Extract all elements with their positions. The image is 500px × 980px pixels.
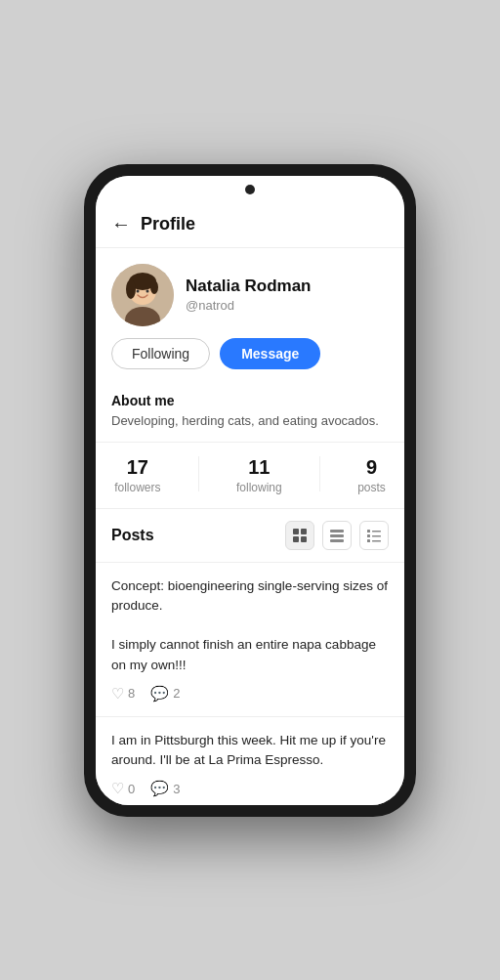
svg-rect-15 xyxy=(367,530,370,533)
followers-stat[interactable]: 17 followers xyxy=(114,456,160,494)
back-button[interactable]: ← xyxy=(111,213,131,235)
svg-rect-16 xyxy=(372,531,381,533)
about-section: About me Developing, herding cats, and e… xyxy=(96,381,404,443)
comment-button[interactable]: 💬 3 xyxy=(150,780,180,797)
comment-button[interactable]: 💬 2 xyxy=(150,685,180,703)
like-button[interactable]: ♡ 8 xyxy=(111,685,135,703)
posts-title: Posts xyxy=(111,527,154,544)
following-count: 11 xyxy=(248,456,270,479)
main-content: Natalia Rodman @natrod Following Message… xyxy=(96,248,404,805)
svg-rect-14 xyxy=(330,539,344,542)
svg-rect-9 xyxy=(301,529,307,534)
post-item: I am in Pittsburgh this week. Hit me up … xyxy=(96,717,404,805)
posts-stat[interactable]: 9 posts xyxy=(357,456,386,494)
action-buttons: Following Message xyxy=(111,338,389,369)
list-view-icon[interactable] xyxy=(359,521,389,550)
svg-rect-12 xyxy=(330,530,344,533)
like-count: 8 xyxy=(128,686,135,701)
post-text: I am in Pittsburgh this week. Hit me up … xyxy=(111,731,389,771)
phone-frame: ← Profile xyxy=(84,164,416,817)
avatar xyxy=(111,264,174,326)
svg-rect-17 xyxy=(367,534,370,537)
about-title: About me xyxy=(111,393,389,408)
post-actions: ♡ 8 💬 2 xyxy=(111,685,389,703)
svg-rect-11 xyxy=(301,536,307,542)
svg-point-4 xyxy=(126,279,136,299)
like-button[interactable]: ♡ 0 xyxy=(111,780,135,797)
comment-icon: 💬 xyxy=(150,780,169,797)
status-bar xyxy=(96,176,404,203)
following-label: following xyxy=(236,481,282,494)
heart-icon: ♡ xyxy=(111,685,124,703)
stat-divider-1 xyxy=(198,456,199,491)
medium-view-icon[interactable] xyxy=(322,521,352,550)
svg-point-7 xyxy=(146,289,149,292)
post-actions: ♡ 0 💬 3 xyxy=(111,780,389,797)
post-item: Concept: bioengineering single-serving s… xyxy=(96,563,404,717)
posts-header: Posts xyxy=(96,509,404,563)
profile-top: Natalia Rodman @natrod xyxy=(111,264,389,326)
phone-screen: ← Profile xyxy=(96,176,404,805)
profile-handle: @natrod xyxy=(186,298,389,313)
following-stat[interactable]: 11 following xyxy=(236,456,282,494)
profile-section: Natalia Rodman @natrod Following Message xyxy=(96,248,404,381)
svg-rect-10 xyxy=(293,536,299,542)
svg-rect-13 xyxy=(330,534,344,537)
post-text: Concept: bioengineering single-serving s… xyxy=(111,576,389,675)
svg-point-6 xyxy=(137,289,140,292)
camera-notch xyxy=(245,185,255,194)
comment-count: 3 xyxy=(173,782,180,796)
heart-icon: ♡ xyxy=(111,780,124,797)
following-button[interactable]: Following xyxy=(111,338,210,369)
message-button[interactable]: Message xyxy=(220,338,320,369)
comment-count: 2 xyxy=(173,686,180,701)
stats-section: 17 followers 11 following 9 posts xyxy=(96,443,404,509)
svg-rect-18 xyxy=(372,535,381,537)
header: ← Profile xyxy=(96,203,404,248)
svg-rect-19 xyxy=(367,539,370,542)
page-title: Profile xyxy=(141,214,195,234)
svg-point-5 xyxy=(150,280,158,294)
stat-divider-2 xyxy=(319,456,320,491)
grid-view-icon[interactable] xyxy=(285,521,314,550)
about-bio: Developing, herding cats, and eating avo… xyxy=(111,412,389,430)
comment-icon: 💬 xyxy=(150,685,169,703)
followers-count: 17 xyxy=(127,456,148,479)
profile-name: Natalia Rodman xyxy=(186,277,389,296)
svg-rect-8 xyxy=(293,529,299,534)
followers-label: followers xyxy=(114,481,160,494)
posts-label: posts xyxy=(357,481,386,494)
posts-count: 9 xyxy=(366,456,377,479)
like-count: 0 xyxy=(128,782,135,796)
view-icons xyxy=(285,521,389,550)
svg-rect-20 xyxy=(372,540,381,542)
profile-info: Natalia Rodman @natrod xyxy=(186,277,389,313)
